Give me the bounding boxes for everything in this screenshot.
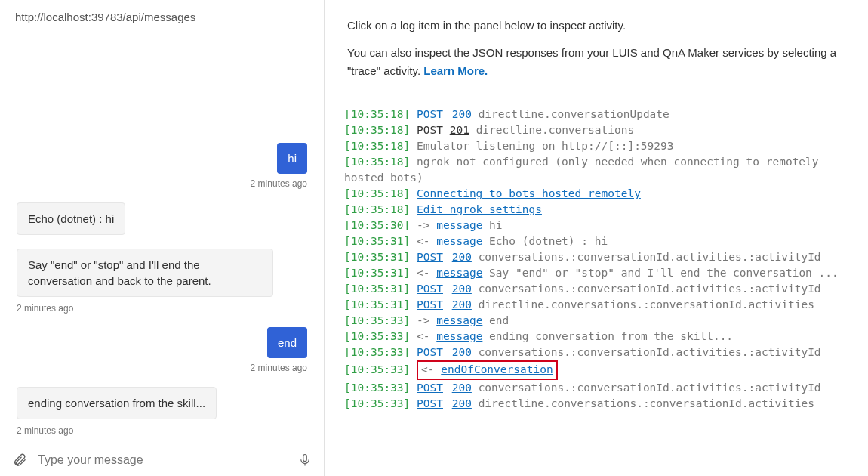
log-link[interactable]: Connecting to bots hosted remotely bbox=[417, 187, 641, 199]
log-line[interactable]: [10:35:33] POST 200 conversations.:conve… bbox=[344, 380, 848, 396]
arrow-out-icon: -> bbox=[417, 314, 436, 326]
bot-message-row[interactable]: ending conversation from the skill...2 m… bbox=[17, 387, 307, 436]
log-line[interactable]: [10:35:18] Connecting to bots hosted rem… bbox=[344, 186, 848, 202]
message-bubble[interactable]: Echo (dotnet) : hi bbox=[17, 202, 125, 235]
log-line[interactable]: [10:35:33] <- endOfConversation bbox=[344, 360, 848, 380]
activity-kind-link[interactable]: message bbox=[436, 314, 482, 326]
log-timestamp: [10:35:18] bbox=[344, 187, 410, 199]
http-status[interactable]: 200 bbox=[452, 346, 472, 358]
log-tail: conversations.:conversationId.activities… bbox=[479, 346, 821, 358]
log-timestamp: [10:35:33] bbox=[344, 314, 410, 326]
log-timestamp: [10:35:33] bbox=[344, 363, 410, 376]
bot-message-row[interactable]: Say "end" or "stop" and I'll end the con… bbox=[17, 249, 307, 314]
message-input[interactable] bbox=[38, 453, 288, 467]
http-verb[interactable]: POST bbox=[417, 346, 443, 358]
user-message-row[interactable]: hi2 minutes ago bbox=[17, 143, 307, 189]
log-timestamp: [10:35:31] bbox=[344, 251, 410, 263]
header-line-1: Click on a log item in the panel below t… bbox=[347, 17, 845, 35]
log-timestamp: [10:35:30] bbox=[344, 219, 410, 231]
inspector-pane: Click on a log item in the panel below t… bbox=[325, 0, 868, 476]
http-verb[interactable]: POST bbox=[417, 283, 443, 295]
attach-icon[interactable] bbox=[12, 452, 27, 468]
http-verb[interactable]: POST bbox=[417, 397, 443, 410]
http-status[interactable]: 200 bbox=[452, 298, 472, 311]
http-status[interactable]: 200 bbox=[452, 397, 472, 410]
log-link[interactable]: Edit ngrok settings bbox=[417, 203, 542, 215]
log-tail: end bbox=[489, 314, 509, 326]
log-timestamp: [10:35:18] bbox=[344, 108, 410, 120]
log-line[interactable]: [10:35:33] POST 200 directline.conversat… bbox=[344, 396, 848, 412]
log-line[interactable]: [10:35:18] Edit ngrok settings bbox=[344, 202, 848, 218]
mic-icon[interactable] bbox=[298, 452, 312, 468]
log-line[interactable]: [10:35:33] POST 200 conversations.:conve… bbox=[344, 345, 848, 360]
log-tail: conversations.:conversationId.activities… bbox=[479, 283, 821, 295]
http-verb[interactable]: POST bbox=[417, 382, 443, 394]
log-timestamp: [10:35:18] bbox=[344, 203, 410, 215]
log-tail: Say "end" or "stop" and I'll end the con… bbox=[489, 267, 839, 279]
http-verb: POST bbox=[417, 124, 443, 136]
message-bubble[interactable]: end bbox=[267, 327, 307, 358]
activity-kind-link[interactable]: message bbox=[436, 235, 482, 247]
arrow-in-icon: <- bbox=[421, 363, 441, 376]
log-line[interactable]: [10:35:18] Emulator listening on http://… bbox=[344, 138, 848, 154]
activity-kind-link[interactable]: message bbox=[436, 330, 482, 342]
http-status[interactable]: 201 bbox=[450, 124, 469, 136]
log-line[interactable]: [10:35:18] POST 200 directline.conversat… bbox=[344, 107, 848, 122]
chat-input-bar bbox=[0, 444, 324, 476]
user-message-row[interactable]: end2 minutes ago bbox=[17, 327, 307, 373]
log-line[interactable]: [10:35:31] POST 200 conversations.:conve… bbox=[344, 281, 848, 297]
log-timestamp: [10:35:33] bbox=[344, 330, 410, 342]
http-verb[interactable]: POST bbox=[417, 108, 443, 120]
learn-more-link[interactable]: Learn More. bbox=[423, 64, 488, 77]
activity-kind-link[interactable]: message bbox=[436, 267, 482, 279]
message-timestamp: 2 minutes ago bbox=[17, 303, 73, 314]
log-tail: directline.conversations.:conversationId… bbox=[479, 298, 814, 311]
log-line[interactable]: [10:35:33] -> message end bbox=[344, 313, 848, 329]
log-panel[interactable]: [10:35:18] POST 200 directline.conversat… bbox=[325, 94, 868, 476]
http-status[interactable]: 200 bbox=[452, 382, 472, 394]
log-timestamp: [10:35:18] bbox=[344, 124, 410, 136]
log-timestamp: [10:35:33] bbox=[344, 346, 410, 358]
log-line[interactable]: [10:35:18] ngrok not configured (only ne… bbox=[344, 154, 848, 186]
log-line[interactable]: [10:35:31] POST 200 conversations.:conve… bbox=[344, 249, 848, 265]
log-timestamp: [10:35:33] bbox=[344, 382, 410, 394]
highlighted-log-entry[interactable]: <- endOfConversation bbox=[417, 360, 558, 380]
activity-kind-link[interactable]: endOfConversation bbox=[441, 363, 553, 376]
chat-pane: http://localhost:39783/api/messages hi2 … bbox=[0, 0, 325, 476]
arrow-in-icon: <- bbox=[417, 330, 436, 342]
log-line[interactable]: [10:35:31] <- message Echo (dotnet) : hi bbox=[344, 233, 848, 249]
log-tail: conversations.:conversationId.activities… bbox=[479, 251, 821, 263]
log-timestamp: [10:35:31] bbox=[344, 267, 410, 279]
log-timestamp: [10:35:31] bbox=[344, 235, 410, 247]
message-timestamp: 2 minutes ago bbox=[17, 425, 73, 436]
message-bubble[interactable]: Say "end" or "stop" and I'll end the con… bbox=[17, 249, 273, 297]
chat-transcript[interactable]: hi2 minutes agoEcho (dotnet) : hiSay "en… bbox=[0, 32, 324, 444]
http-verb[interactable]: POST bbox=[417, 298, 443, 311]
log-tail: directline.conversations.:conversationId… bbox=[479, 397, 814, 410]
http-status[interactable]: 200 bbox=[452, 283, 472, 295]
log-tail: hi bbox=[489, 219, 502, 231]
message-bubble[interactable]: hi bbox=[277, 143, 307, 174]
bot-message-row[interactable]: Echo (dotnet) : hi bbox=[17, 202, 307, 235]
http-status[interactable]: 200 bbox=[452, 108, 472, 120]
endpoint-url: http://localhost:39783/api/messages bbox=[0, 0, 324, 32]
header-line-2: You can also inspect the JSON responses … bbox=[347, 44, 845, 80]
message-timestamp: 2 minutes ago bbox=[251, 178, 307, 189]
log-timestamp: [10:35:31] bbox=[344, 298, 410, 311]
log-line[interactable]: [10:35:18] POST 201 directline.conversat… bbox=[344, 122, 848, 138]
http-status[interactable]: 200 bbox=[452, 251, 472, 263]
log-line[interactable]: [10:35:31] POST 200 directline.conversat… bbox=[344, 297, 848, 313]
log-tail: Echo (dotnet) : hi bbox=[489, 235, 608, 247]
arrow-in-icon: <- bbox=[417, 235, 436, 247]
svg-rect-0 bbox=[303, 455, 307, 462]
log-line[interactable]: [10:35:33] <- message ending conversatio… bbox=[344, 329, 848, 345]
arrow-out-icon: -> bbox=[417, 219, 436, 231]
log-line[interactable]: [10:35:30] -> message hi bbox=[344, 218, 848, 233]
log-line[interactable]: [10:35:31] <- message Say "end" or "stop… bbox=[344, 265, 848, 281]
message-timestamp: 2 minutes ago bbox=[251, 363, 307, 373]
log-tail: ending conversation from the skill... bbox=[489, 330, 733, 342]
http-verb[interactable]: POST bbox=[417, 251, 443, 263]
log-timestamp: [10:35:18] bbox=[344, 140, 410, 152]
message-bubble[interactable]: ending conversation from the skill... bbox=[17, 387, 217, 419]
activity-kind-link[interactable]: message bbox=[436, 219, 482, 231]
